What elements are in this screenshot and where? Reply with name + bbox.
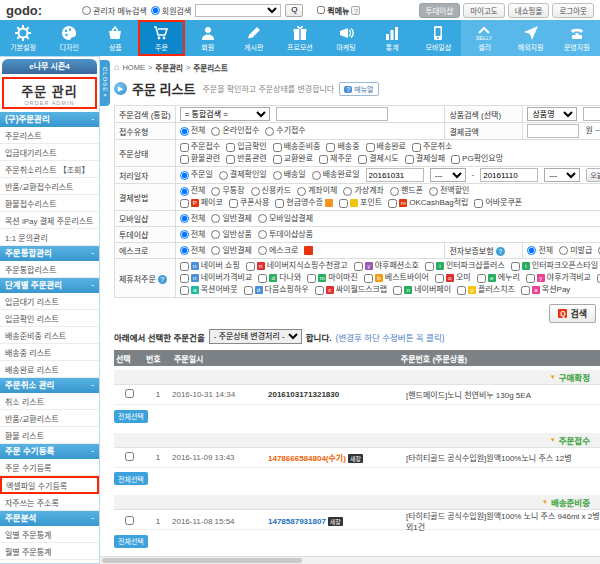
- search-button[interactable]: Q검색: [549, 304, 596, 323]
- sidebar-item-배송준비중 리스트[interactable]: 배송준비중 리스트: [0, 327, 99, 344]
- filter-select[interactable]: = 통합검색 =: [180, 107, 270, 121]
- manual-button[interactable]: ?매뉴얼: [339, 82, 378, 96]
- radio-무통장[interactable]: 무통장: [211, 185, 244, 197]
- new-window-badge[interactable]: 새창: [348, 454, 363, 463]
- member-search-radio[interactable]: 회원검색: [151, 5, 191, 16]
- radio-input-전체[interactable]: [180, 230, 189, 239]
- info-icon[interactable]: ?: [496, 247, 505, 256]
- nav-item-게시판[interactable]: 게시판: [231, 20, 277, 56]
- sidebar-item-엑셀파일 수기등록[interactable]: 엑셀파일 수기등록: [0, 476, 99, 494]
- check-input-오미[interactable]: [435, 274, 444, 283]
- radio-전체[interactable]: 전체: [180, 229, 206, 241]
- check-input-배송준비중[interactable]: [273, 143, 282, 152]
- checkbox-베스트바이어[interactable]: b베스트바이어: [364, 272, 429, 284]
- radio-신용카드[interactable]: 신용카드: [251, 185, 291, 197]
- checkbox-결제시도[interactable]: 결제시도: [358, 153, 398, 165]
- radio-배송일[interactable]: 배송일: [273, 169, 306, 181]
- radio-결제확인일[interactable]: 결제확인일: [219, 169, 267, 181]
- top-search-button[interactable]: Q: [285, 4, 303, 17]
- checkbox-어바웃쿠폰[interactable]: 어바웃쿠폰: [474, 197, 522, 209]
- info-icon[interactable]: ?: [158, 275, 167, 284]
- radio-input-가상계좌[interactable]: [343, 187, 352, 196]
- nav-item-마케팅[interactable]: 마케팅: [323, 20, 369, 56]
- sidebar-section-주문통합관리[interactable]: 주문통합관리-: [0, 246, 99, 261]
- collapse-minus-icon[interactable]: -: [91, 378, 94, 393]
- quick-menu-toggle[interactable]: 퀵메뉴?: [317, 5, 360, 16]
- checkbox-야후가격비교[interactable]: y야후가격비교: [526, 272, 591, 284]
- check-input-베스트바이어[interactable]: [364, 274, 373, 283]
- check-input-야후패션소호[interactable]: [354, 262, 363, 271]
- order-number[interactable]: 2016103171321830: [268, 390, 339, 399]
- check-input-반품관련[interactable]: [226, 155, 235, 164]
- order-number[interactable]: 1478587931807: [268, 517, 326, 526]
- radio-input-계좌이체[interactable]: [297, 187, 306, 196]
- check-input-결제시도[interactable]: [358, 155, 367, 164]
- horizontal-scrollbar[interactable]: [100, 556, 600, 564]
- radio-미발급[interactable]: 미발급: [559, 245, 592, 257]
- sidebar-item-옥션 iPay 결제 주문리스트[interactable]: 옥션 iPay 결제 주문리스트: [0, 212, 99, 229]
- checkbox-입금확인[interactable]: 입금확인: [226, 141, 266, 153]
- check-input-OKCashBag적립[interactable]: [388, 199, 397, 208]
- sidebar-item-상품별 주문통계[interactable]: 상품별 주문통계: [0, 560, 99, 564]
- top-search-combo[interactable]: [195, 4, 281, 17]
- sidebar-item-배송중 리스트[interactable]: 배송중 리스트: [0, 344, 99, 361]
- radio-input-전체[interactable]: [180, 127, 189, 136]
- check-input-네이버페이[interactable]: [393, 286, 402, 295]
- radio-input-모바일샵결제[interactable]: [258, 214, 267, 223]
- nav-item-주문[interactable]: 주문: [138, 20, 184, 56]
- filter-select[interactable]: ---: [430, 168, 466, 182]
- radio-전체[interactable]: 전체: [180, 125, 206, 137]
- checkbox-주문접수[interactable]: 주문접수: [180, 141, 220, 153]
- check-input-네이버 쇼핑[interactable]: [180, 262, 189, 271]
- order-status-change-select[interactable]: - 주문상태 변경처리 -: [209, 329, 302, 344]
- check-input-어바웃쿠폰[interactable]: [474, 199, 483, 208]
- sidebar-item-환불접수리스트[interactable]: 환불접수리스트: [0, 195, 99, 212]
- checkbox-PG확인요망[interactable]: PG확인요망: [451, 153, 503, 165]
- check-input-환불관련[interactable]: [180, 155, 189, 164]
- breadcrumb-level1[interactable]: 주문관리: [155, 62, 183, 73]
- nav-item-모바일샵[interactable]: 모바일샵: [415, 20, 461, 56]
- sidebar-item-월별 주문통계[interactable]: 월별 주문통계: [0, 543, 99, 560]
- sidebar-section-(구)주문관리[interactable]: (구)주문관리-: [0, 112, 99, 127]
- radio-계좌이체[interactable]: 계좌이체: [297, 185, 337, 197]
- checkbox-옥션어바웃[interactable]: a옥션어바웃: [180, 284, 238, 296]
- checkbox-교환완료[interactable]: 교환완료: [273, 153, 313, 165]
- select-all-button[interactable]: 전체선택: [114, 410, 148, 423]
- top-link-마이고도[interactable]: 마이고도: [463, 3, 505, 18]
- row-checkbox[interactable]: [125, 452, 134, 461]
- sidebar-item-일별 주문통계[interactable]: 일별 주문통계: [0, 526, 99, 543]
- sidebar-section-주문 수기등록[interactable]: 주문 수기등록-: [0, 444, 99, 459]
- group-status-row[interactable]: ▼구매확정: [114, 370, 600, 385]
- radio-input-전체[interactable]: [180, 187, 189, 196]
- check-input-옥션Pay[interactable]: [521, 286, 530, 295]
- check-input-PG확인요망[interactable]: [451, 155, 460, 164]
- radio-일반결제[interactable]: 일반결제: [211, 213, 251, 225]
- top-link-투데이샵[interactable]: 투데이샵: [419, 3, 461, 18]
- radio-input-일반결제[interactable]: [211, 246, 220, 255]
- checkbox-야후패션소호[interactable]: y야후패션소호: [354, 260, 419, 272]
- radio-전체[interactable]: 전체: [180, 245, 206, 257]
- radio-에스크로[interactable]: 에스크로: [258, 245, 298, 257]
- radio-가상계좌[interactable]: 가상계좌: [343, 185, 383, 197]
- checkbox-네이버페이[interactable]: n네이버페이: [393, 284, 451, 296]
- row-checkbox[interactable]: [125, 389, 134, 398]
- check-input-현금영수증[interactable]: [275, 199, 284, 208]
- check-input-포인트[interactable]: [339, 199, 348, 208]
- new-window-badge[interactable]: 새창: [328, 517, 343, 526]
- checkbox-플러스치즈[interactable]: p플러스치즈: [457, 284, 515, 296]
- check-input-쿠폰사용[interactable]: [229, 199, 238, 208]
- nav-item-기본설정[interactable]: 기본설정: [0, 20, 46, 56]
- sidebar-item-환불 리스트[interactable]: 환불 리스트: [0, 427, 99, 444]
- radio-input-배송완료일[interactable]: [312, 171, 321, 180]
- filter-input[interactable]: [276, 107, 388, 121]
- radio-input-에스크로[interactable]: [258, 246, 267, 255]
- nav-item-회원[interactable]: 회원: [185, 20, 231, 56]
- sidebar-section-단계별 주문관리[interactable]: 단계별 주문관리-: [0, 278, 99, 293]
- radio-전액할인[interactable]: 전액할인: [429, 185, 469, 197]
- filter-select[interactable]: ---: [544, 168, 580, 182]
- nav-item-통계[interactable]: 통계: [369, 20, 415, 56]
- radio-input-온라인접수[interactable]: [211, 127, 220, 136]
- breadcrumb-level2[interactable]: 주문리스트: [193, 62, 228, 73]
- radio-input-핸드폰[interactable]: [390, 187, 399, 196]
- radio-일반결제[interactable]: 일반결제: [211, 245, 251, 257]
